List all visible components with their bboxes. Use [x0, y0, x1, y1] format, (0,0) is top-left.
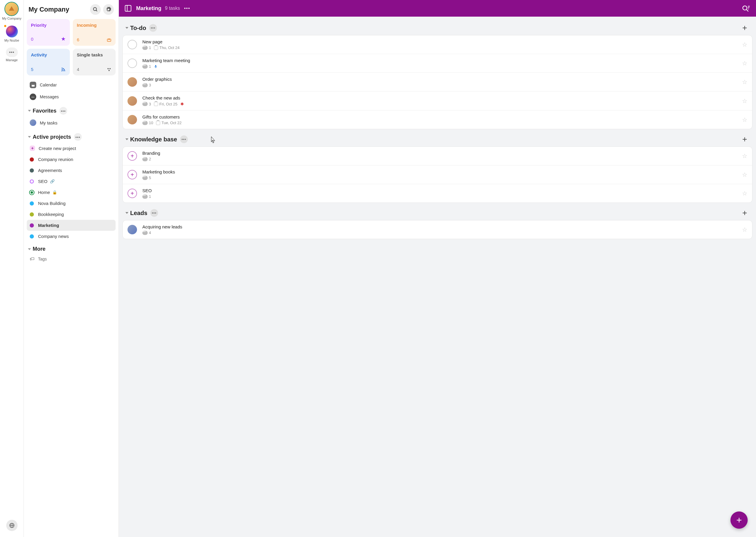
- lock-icon: 🔒: [52, 190, 57, 194]
- globe-icon: [6, 520, 18, 531]
- task-title: Marketing team meeting: [142, 58, 742, 63]
- favorite-my-tasks[interactable]: My tasks: [27, 116, 115, 129]
- project-more-button[interactable]: •••: [184, 6, 191, 11]
- star-button[interactable]: ☆: [742, 171, 747, 178]
- favorites-header[interactable]: Favorites •••: [27, 103, 115, 116]
- section-more-button[interactable]: •••: [60, 107, 67, 115]
- star-button[interactable]: ☆: [742, 41, 747, 48]
- star-button[interactable]: ☆: [742, 226, 747, 233]
- project-label: Marketing: [38, 223, 59, 228]
- plus-icon: +: [736, 515, 742, 526]
- task-row[interactable]: +Branding2☆: [123, 147, 752, 165]
- section-more-button[interactable]: •••: [74, 133, 82, 141]
- comment-count: 3: [149, 83, 151, 87]
- task-add-icon[interactable]: +: [127, 151, 137, 161]
- task-add-icon[interactable]: +: [127, 188, 137, 198]
- section-title: Favorites: [33, 108, 57, 114]
- task-add-icon[interactable]: +: [127, 170, 137, 180]
- task-title: SEO: [142, 188, 742, 193]
- project-item[interactable]: Nova Building: [27, 198, 115, 209]
- assignee-avatar[interactable]: [127, 115, 137, 124]
- ellipsis-icon: •••: [6, 48, 18, 57]
- star-button[interactable]: ☆: [742, 190, 747, 197]
- panel-toggle-icon[interactable]: [125, 5, 131, 12]
- assignee-avatar[interactable]: [127, 225, 137, 234]
- task-row[interactable]: Marketing team meeting1☆: [123, 54, 752, 73]
- project-item[interactable]: SEO🔗: [27, 176, 115, 187]
- group-add-button[interactable]: +: [740, 135, 749, 144]
- project-label: Nova Building: [38, 201, 66, 206]
- star-button[interactable]: ☆: [742, 60, 747, 67]
- active-projects-header[interactable]: Active projects •••: [27, 129, 115, 143]
- group-header[interactable]: Leads•••+: [122, 205, 753, 220]
- card-incoming[interactable]: Incoming 6: [73, 19, 116, 46]
- project-color-icon: [30, 234, 34, 238]
- add-task-fab[interactable]: +: [731, 512, 748, 529]
- task-checkbox[interactable]: [127, 59, 137, 68]
- nav-calendar[interactable]: Calendar: [27, 79, 115, 91]
- settings-button[interactable]: [103, 4, 114, 15]
- workspace-my-company[interactable]: My Company: [2, 2, 22, 20]
- task-row[interactable]: Order graphics3☆: [123, 73, 752, 92]
- project-topbar: Marketing 9 tasks •••: [119, 0, 756, 17]
- card-priority[interactable]: Priority 0 ★: [27, 19, 70, 46]
- project-item[interactable]: Marketing: [27, 220, 115, 231]
- star-button[interactable]: ☆: [742, 98, 747, 104]
- project-label: SEO: [38, 179, 48, 184]
- card-title: Activity: [31, 52, 66, 57]
- group-more-button[interactable]: •••: [150, 209, 158, 217]
- card-single-tasks[interactable]: Single tasks 4: [73, 49, 116, 75]
- group-more-button[interactable]: •••: [149, 24, 157, 32]
- workspace-my-nozbe[interactable]: My Nozbe: [4, 25, 19, 42]
- calendar-icon: [154, 102, 158, 106]
- project-item[interactable]: Agreements: [27, 165, 115, 176]
- nav-tags[interactable]: 🏷 Tags: [27, 254, 115, 264]
- task-title: Marketing books: [142, 169, 742, 174]
- assignee-avatar[interactable]: [127, 77, 137, 87]
- task-row[interactable]: Acquiring new leads4☆: [123, 220, 752, 239]
- manage-button[interactable]: ••• Manage: [6, 48, 18, 62]
- task-title: Order graphics: [142, 77, 742, 82]
- star-button[interactable]: ☆: [742, 152, 747, 159]
- assignee-avatar[interactable]: [127, 96, 137, 106]
- task-row[interactable]: Check the new ads3Fri, Oct 25✱☆: [123, 92, 752, 110]
- filter-icon[interactable]: [742, 4, 750, 13]
- star-button[interactable]: ☆: [742, 78, 747, 86]
- card-activity[interactable]: Activity 5: [27, 49, 70, 75]
- task-title: Gifts for customers: [142, 114, 742, 119]
- globe-button[interactable]: [6, 520, 18, 531]
- group-header[interactable]: Knowledge base•••+: [122, 132, 753, 146]
- task-row[interactable]: +SEO1☆: [123, 184, 752, 203]
- group-header[interactable]: To-do•••+: [122, 20, 753, 35]
- comments-icon: [142, 194, 148, 199]
- star-button[interactable]: ☆: [742, 116, 747, 123]
- main-panel: Marketing 9 tasks ••• To-do•••+New page1…: [119, 0, 756, 537]
- project-item[interactable]: Company news: [27, 231, 115, 242]
- nav-messages[interactable]: ••• Messages: [27, 91, 115, 103]
- comment-count: 2: [149, 157, 151, 161]
- card-count: 5: [31, 67, 33, 72]
- project-item[interactable]: Bookkeeping: [27, 209, 115, 220]
- task-count: 9 tasks: [165, 6, 180, 11]
- svg-rect-12: [31, 84, 34, 85]
- comment-count: 1: [149, 45, 151, 50]
- task-row[interactable]: +Marketing books5☆: [123, 165, 752, 184]
- project-item[interactable]: Home🔒: [27, 187, 115, 198]
- task-row[interactable]: New page1Thu, Oct 24☆: [123, 35, 752, 54]
- group-more-button[interactable]: •••: [180, 136, 188, 143]
- gear-icon: [106, 7, 111, 13]
- task-checkbox[interactable]: [127, 40, 137, 49]
- group-add-button[interactable]: +: [740, 23, 749, 33]
- search-button[interactable]: [90, 4, 101, 15]
- comment-count: 10: [149, 121, 153, 125]
- task-row[interactable]: Gifts for customers10Tue, Oct 22☆: [123, 110, 752, 129]
- item-label: Create new project: [39, 146, 76, 151]
- project-color-icon: [30, 201, 34, 206]
- group-add-button[interactable]: +: [740, 208, 749, 218]
- sidebar: My Company Priority 0 ★ Incoming: [24, 0, 119, 537]
- more-header[interactable]: More: [27, 242, 115, 254]
- project-item[interactable]: Company reunion: [27, 154, 115, 165]
- chevron-down-icon: [125, 139, 128, 140]
- create-project-button[interactable]: + Create new project: [27, 143, 115, 154]
- workspace-avatar-icon: [6, 25, 18, 37]
